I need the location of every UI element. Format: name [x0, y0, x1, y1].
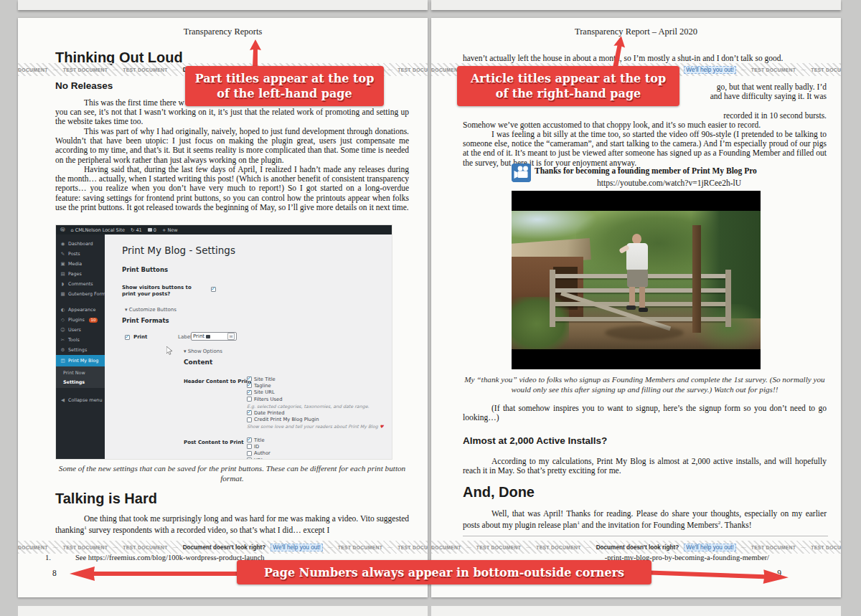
watermark-help-link[interactable]: We'll help you out! [684, 66, 736, 74]
man-leg [639, 287, 645, 308]
section-title-and-done: And, Done [463, 484, 535, 501]
print-format-checkbox[interactable] [125, 335, 130, 340]
wp-settings-main: Print My Blog - Settings Print Buttons S… [105, 234, 392, 459]
paragraph: According to my calculations, Print My B… [463, 457, 827, 475]
appearance-icon: ◐ [60, 307, 65, 313]
collapse-menu-button[interactable]: ◀Collapse menu [56, 395, 105, 405]
forms-icon: ▦ [60, 291, 65, 297]
print-preview-stage: Transparency Reports Thinking Out Loud N… [0, 0, 861, 616]
option-credit-plugin[interactable]: Credit Print My Blog Plugin [247, 416, 384, 422]
wp-page-title: Print My Blog - Settings [122, 245, 235, 256]
video-camera-icon [512, 164, 531, 182]
comments-icon: ◗ [60, 281, 65, 287]
option-site-title[interactable]: Site Title [247, 376, 384, 382]
credit-hint: Show some love and tell your readers abo… [247, 423, 384, 430]
media-icon: ▣ [60, 261, 65, 267]
section-title-active-installs: Almost at 2,000 Active Installs? [463, 435, 607, 446]
video-thumbnail[interactable] [512, 191, 761, 369]
man-shoe [626, 305, 636, 310]
sidebar-item-plugins[interactable]: ◇Plugins10 [56, 315, 105, 325]
sidebar-item-comments[interactable]: ◗Comments [56, 279, 105, 289]
watermark-help-prompt: Document doesn't look right? [183, 544, 266, 551]
option-id[interactable]: ID [247, 443, 291, 450]
paragraph: you can see, it’s not that I wasn’t work… [55, 108, 409, 126]
show-options-toggle[interactable]: ▾ Show Options [184, 349, 222, 354]
option-url[interactable]: URL [247, 457, 291, 460]
paragraph-fragment: recorded it in 10 second bursts. [723, 111, 827, 120]
print-my-blog-icon: ◫ [60, 358, 65, 364]
submenu-print-now[interactable]: Print Now [56, 368, 105, 377]
print-format-label: Print [133, 334, 147, 340]
wp-comments-count[interactable]: 0 [148, 227, 156, 233]
posts-icon: ✎ [60, 251, 65, 257]
watermark-help-link[interactable]: We'll help you out! [270, 544, 323, 551]
wordpress-logo-icon[interactable]: Ⓦ [60, 227, 65, 233]
previous-right-page-edge [431, 0, 841, 10]
sidebar-item-appearance[interactable]: ◐Appearance [56, 305, 105, 315]
wp-sidebar: ◉Dashboard ✎Posts ▣Media ▤Pages ◗Comment… [56, 234, 105, 459]
arrow-to-left-page-number [68, 565, 240, 582]
paragraph-fragment: go, but that went really badly. I’d [717, 82, 827, 92]
emoji-picker-icon[interactable]: ⊞ [227, 333, 235, 340]
man-shorts [627, 270, 648, 288]
customize-buttons-toggle[interactable]: ▾ Customize Buttons [125, 307, 177, 313]
label-field-label: Label [178, 334, 192, 340]
sidebar-item-pages[interactable]: ▤Pages [56, 269, 105, 279]
plugins-update-badge: 10 [89, 318, 98, 323]
man-leg [629, 287, 635, 306]
next-left-page-edge [18, 606, 428, 616]
option-site-url[interactable]: Site URL [247, 389, 384, 396]
option-title[interactable]: Title [247, 437, 291, 443]
printer-icon [206, 335, 210, 338]
print-buttons-heading: Print Buttons [122, 266, 168, 273]
settings-icon: ⚙ [60, 347, 65, 353]
sidebar-item-posts[interactable]: ✎Posts [56, 249, 105, 259]
comment-icon [148, 228, 152, 232]
users-icon: ☺ [60, 327, 65, 333]
fence-post [692, 225, 701, 333]
plugins-icon: ◇ [60, 317, 65, 323]
header-content-options: Site Title Tagline Site URL Filters Used… [247, 376, 384, 430]
option-filters-used[interactable]: Filters Used [247, 396, 384, 402]
left-page-number: 8 [52, 569, 57, 577]
wp-updates-count[interactable]: ↻41 [131, 227, 142, 233]
sidebar-item-users[interactable]: ☺Users [56, 325, 105, 335]
show-visitors-checkbox[interactable] [211, 287, 216, 292]
collapse-icon: ◀ [60, 397, 65, 403]
wp-site-menu[interactable]: ⌂CMLNelson Local Site [71, 227, 126, 233]
paragraph: One thing that took me surprisingly long… [55, 514, 409, 535]
watermark-help-link[interactable]: We'll help you out! [684, 544, 736, 551]
callout-part-titles: Part titles appear at the top of the lef… [185, 66, 384, 106]
video-caption: My “thank you” video to folks who signup… [463, 375, 827, 394]
paragraph-fragment: and have difficulty saying it. It was [710, 92, 827, 101]
sidebar-item-settings[interactable]: ⚙Settings [56, 345, 105, 355]
man-shirt [626, 243, 648, 270]
watermark-band-bottom-left: TEST DOCUMENT— TEST DOCUMENT— TEST DOCUM… [18, 541, 428, 554]
gate-stile [550, 270, 555, 327]
option-tagline[interactable]: Tagline [247, 382, 384, 389]
wp-new-menu[interactable]: + New [162, 227, 178, 233]
option-date-printed[interactable]: Date Printed [247, 409, 384, 416]
option-author[interactable]: Author [247, 450, 291, 457]
next-right-page-edge [431, 606, 841, 616]
video-url[interactable]: https://youtube.com/watch?v=1jRCee2h-lU [512, 179, 827, 187]
filters-hint: E.g. selected categories, taxonomies, an… [247, 402, 384, 409]
sidebar-item-dashboard[interactable]: ◉Dashboard [56, 239, 105, 249]
sidebar-item-tools[interactable]: ✂Tools [56, 335, 105, 345]
print-formats-heading: Print Formats [122, 317, 169, 324]
button-label-input[interactable]: Print ⊞ [191, 332, 237, 341]
sidebar-item-media[interactable]: ▣Media [56, 259, 105, 269]
updates-icon: ↻ [131, 227, 134, 233]
paragraph: This was part of why I had originally, n… [55, 127, 409, 165]
paragraph: Well, that was April! Thanks for reading… [463, 509, 827, 530]
right-running-header: Transparency Report – April 2020 [431, 27, 841, 37]
callout-article-titles: Article titles appear at the top of the … [457, 66, 679, 106]
submenu-settings[interactable]: Settings [56, 377, 105, 387]
arrow-to-part-title [247, 39, 264, 68]
show-visitors-label: Show visitors buttons to print your post… [122, 285, 199, 298]
sidebar-item-print-my-blog[interactable]: ◫Print My Blog [56, 355, 105, 366]
sidebar-item-gutenberg-forms[interactable]: ▦Gutenberg Forms [56, 289, 105, 299]
paragraph: (If that somehow inspires you to want to… [463, 404, 827, 422]
gate-stile [725, 270, 731, 327]
tools-icon: ✂ [60, 337, 65, 343]
